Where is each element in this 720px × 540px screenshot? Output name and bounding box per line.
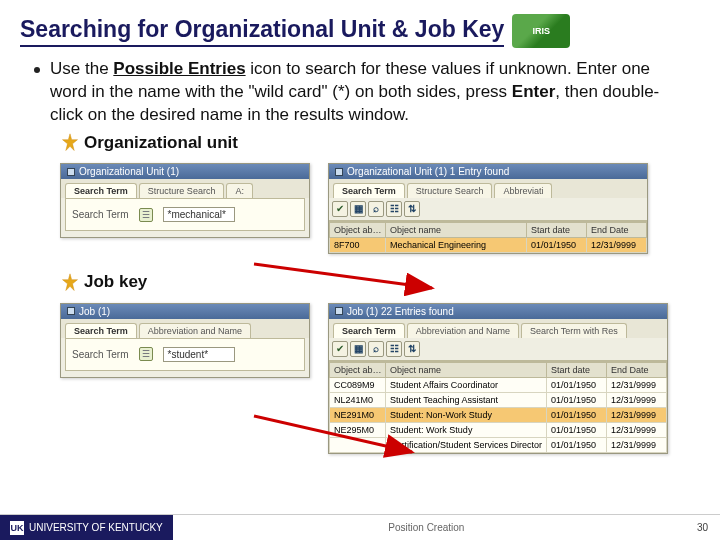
- possible-entries-icon[interactable]: ☰: [139, 208, 153, 222]
- window-titlebar: Organizational Unit (1): [61, 164, 309, 179]
- col-end-date[interactable]: End Date: [607, 362, 667, 377]
- tool-icon[interactable]: ☷: [386, 201, 402, 217]
- window-titlebar: Job (1) 22 Entries found: [329, 304, 667, 319]
- tab-search-term[interactable]: Search Term: [65, 183, 137, 198]
- possible-entries-icon[interactable]: ☰: [139, 347, 153, 361]
- accept-icon[interactable]: ✔: [332, 201, 348, 217]
- tool-icon[interactable]: ⌕: [368, 201, 384, 217]
- window-icon: [67, 307, 75, 315]
- tab-abbrev-name[interactable]: Abbreviation and Name: [407, 323, 519, 338]
- tool-icon[interactable]: ⇅: [404, 201, 420, 217]
- result-row[interactable]: NE291M0Student: Non-Work Study01/01/1950…: [330, 407, 667, 422]
- tab-search-term[interactable]: Search Term: [65, 323, 137, 338]
- col-object-name[interactable]: Object name: [386, 362, 547, 377]
- job-search-window: Job (1) Search Term Abbreviation and Nam…: [60, 303, 310, 378]
- tab-abbrev-name[interactable]: Abbreviation and Name: [139, 323, 251, 338]
- job-results-grid: Object ab… Object name Start date End Da…: [329, 361, 667, 453]
- uk-logo: UK UNIVERSITY OF KENTUCKY: [0, 515, 173, 540]
- star-icon: [60, 273, 80, 293]
- col-object-name[interactable]: Object name: [386, 223, 527, 238]
- tool-icon[interactable]: ▦: [350, 341, 366, 357]
- tab-abbrev[interactable]: Abbreviati: [494, 183, 552, 198]
- tab-structure-search[interactable]: Structure Search: [139, 183, 225, 198]
- slide-footer: UK UNIVERSITY OF KENTUCKY Position Creat…: [0, 514, 720, 540]
- org-search-window: Organizational Unit (1) Search Term Stru…: [60, 163, 310, 238]
- search-term-input[interactable]: *mechanical*: [163, 207, 235, 222]
- tab-structure-search[interactable]: Structure Search: [407, 183, 493, 198]
- col-start-date[interactable]: Start date: [547, 362, 607, 377]
- iris-logo: IRIS: [512, 14, 570, 48]
- page-title: Searching for Organizational Unit & Job …: [20, 16, 504, 47]
- page-number: 30: [680, 522, 720, 533]
- svg-marker-0: [63, 134, 78, 151]
- window-icon: [335, 307, 343, 315]
- search-term-input[interactable]: *student*: [163, 347, 235, 362]
- tool-icon[interactable]: ⌕: [368, 341, 384, 357]
- result-row[interactable]: CC089M9Student Affairs Coordinator01/01/…: [330, 377, 667, 392]
- text: Use the: [50, 59, 113, 78]
- org-results-window: Organizational Unit (1) 1 Entry found Se…: [328, 163, 648, 254]
- job-key-heading: Job key: [60, 272, 720, 293]
- window-titlebar: Job (1): [61, 304, 309, 319]
- result-row[interactable]: NL241M0Student Teaching Assistant01/01/1…: [330, 392, 667, 407]
- col-object-abbr[interactable]: Object ab…: [330, 362, 386, 377]
- tab-search-term[interactable]: Search Term: [333, 323, 405, 338]
- col-end-date[interactable]: End Date: [587, 223, 647, 238]
- result-row[interactable]: Certification/Student Services Director0…: [330, 437, 667, 452]
- possible-entries-term: Possible Entries: [113, 59, 245, 78]
- tool-icon[interactable]: ☷: [386, 341, 402, 357]
- col-start-date[interactable]: Start date: [527, 223, 587, 238]
- instruction-bullet: Use the Possible Entries icon to search …: [0, 52, 720, 127]
- search-term-label: Search Term: [72, 209, 129, 220]
- job-results-window: Job (1) 22 Entries found Search Term Abb…: [328, 303, 668, 454]
- results-toolbar: ✔ ▦ ⌕ ☷ ⇅: [329, 198, 647, 221]
- result-row[interactable]: NE295M0Student: Work Study01/01/195012/3…: [330, 422, 667, 437]
- tool-icon[interactable]: ⇅: [404, 341, 420, 357]
- tab-extra[interactable]: A:: [226, 183, 253, 198]
- window-titlebar: Organizational Unit (1) 1 Entry found: [329, 164, 647, 179]
- org-unit-heading: Organizational unit: [60, 133, 720, 154]
- tool-icon[interactable]: ▦: [350, 201, 366, 217]
- window-icon: [67, 168, 75, 176]
- footer-center: Position Creation: [173, 522, 680, 533]
- window-icon: [335, 168, 343, 176]
- bullet-dot-icon: [34, 67, 40, 73]
- svg-marker-1: [63, 274, 78, 291]
- org-results-grid: Object ab… Object name Start date End Da…: [329, 221, 647, 253]
- col-object-abbr[interactable]: Object ab…: [330, 223, 386, 238]
- enter-key-term: Enter: [512, 82, 555, 101]
- tab-search-restrict[interactable]: Search Term with Res: [521, 323, 627, 338]
- search-term-label: Search Term: [72, 349, 129, 360]
- result-row[interactable]: 8F700 Mechanical Engineering 01/01/1950 …: [330, 238, 647, 253]
- accept-icon[interactable]: ✔: [332, 341, 348, 357]
- tab-search-term[interactable]: Search Term: [333, 183, 405, 198]
- star-icon: [60, 133, 80, 153]
- results-toolbar: ✔ ▦ ⌕ ☷ ⇅: [329, 338, 667, 361]
